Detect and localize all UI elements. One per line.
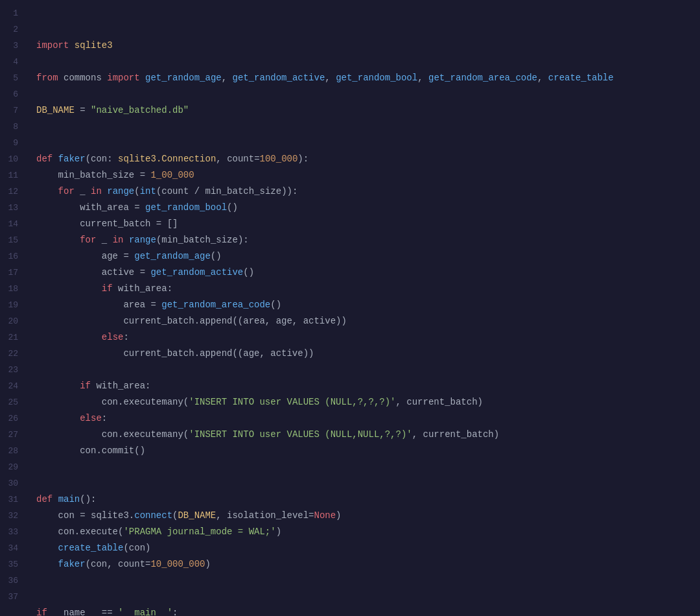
code-area[interactable]: import sqlite3 from commons import get_r… bbox=[26, 0, 700, 616]
line-number-33: 33 bbox=[5, 524, 18, 540]
line-number-17: 17 bbox=[5, 265, 18, 281]
code-line-28 bbox=[36, 475, 700, 492]
code-line-19: else: bbox=[36, 329, 700, 346]
code-line-24: else: bbox=[36, 410, 700, 427]
line-number-1: 1 bbox=[5, 5, 18, 21]
line-number-9: 9 bbox=[5, 135, 18, 151]
code-line-7 bbox=[36, 135, 700, 151]
code-line-9: min_batch_size = 1_00_000 bbox=[36, 167, 700, 184]
line-number-8: 8 bbox=[5, 119, 18, 135]
line-number-12: 12 bbox=[5, 184, 18, 200]
line-number-5: 5 bbox=[5, 70, 18, 86]
line-number-2: 2 bbox=[5, 21, 18, 38]
code-line-23: con.executemany('INSERT INTO user VALUES… bbox=[36, 394, 700, 410]
line-number-13: 13 bbox=[5, 200, 18, 216]
line-number-25: 25 bbox=[5, 394, 18, 410]
line-number-34: 34 bbox=[5, 540, 18, 556]
line-number-gutter: 1234567891011121314151617181920212223242… bbox=[0, 0, 26, 616]
code-line-27 bbox=[36, 459, 700, 475]
code-line-33: faker(con, count=10_000_000) bbox=[36, 556, 700, 573]
code-line-2 bbox=[36, 54, 700, 70]
code-line-15: active = get_random_active() bbox=[36, 265, 700, 281]
line-number-21: 21 bbox=[5, 329, 18, 346]
line-number-22: 22 bbox=[5, 346, 18, 362]
code-editor: 1234567891011121314151617181920212223242… bbox=[0, 0, 700, 616]
code-line-17: area = get_random_area_code() bbox=[36, 297, 700, 313]
line-number-20: 20 bbox=[5, 313, 18, 329]
line-number-15: 15 bbox=[5, 232, 18, 248]
line-number-3: 3 bbox=[5, 38, 18, 54]
code-line-32: create_table(con) bbox=[36, 540, 700, 556]
code-line-21 bbox=[36, 362, 700, 378]
line-number-27: 27 bbox=[5, 427, 18, 443]
code-line-1: import sqlite3 bbox=[36, 38, 700, 54]
line-number-23: 23 bbox=[5, 362, 18, 378]
line-number-28: 28 bbox=[5, 443, 18, 459]
code-line-26: con.commit() bbox=[36, 443, 700, 459]
line-number-32: 32 bbox=[5, 508, 18, 524]
code-line-6 bbox=[36, 119, 700, 135]
code-line-8: def faker(con: sqlite3.Connection, count… bbox=[36, 151, 700, 167]
code-line-11: with_area = get_random_bool() bbox=[36, 200, 700, 216]
line-number-11: 11 bbox=[5, 167, 18, 184]
code-line-10: for _ in range(int(count / min_batch_siz… bbox=[36, 184, 700, 200]
line-number-16: 16 bbox=[5, 248, 18, 265]
code-line-14: age = get_random_age() bbox=[36, 248, 700, 265]
code-line-31: con.execute('PRAGMA journal_mode = WAL;'… bbox=[36, 524, 700, 540]
code-line-25: con.executemany('INSERT INTO user VALUES… bbox=[36, 427, 700, 443]
line-number-31: 31 bbox=[5, 492, 18, 508]
line-number-6: 6 bbox=[5, 86, 18, 102]
line-number-19: 19 bbox=[5, 297, 18, 313]
line-number-7: 7 bbox=[5, 102, 18, 119]
code-line-35 bbox=[36, 589, 700, 605]
line-number-24: 24 bbox=[5, 378, 18, 394]
line-number-37: 37 bbox=[5, 589, 18, 605]
line-number-18: 18 bbox=[5, 281, 18, 297]
code-line-20: current_batch.append((age, active)) bbox=[36, 346, 700, 362]
line-number-14: 14 bbox=[5, 216, 18, 232]
code-line-3: from commons import get_random_age, get_… bbox=[36, 70, 700, 86]
code-line-4 bbox=[36, 86, 700, 102]
line-number-36: 36 bbox=[5, 573, 18, 589]
code-line-13: for _ in range(min_batch_size): bbox=[36, 232, 700, 248]
code-line-12: current_batch = [] bbox=[36, 216, 700, 232]
code-line-29: def main(): bbox=[36, 492, 700, 508]
code-line-5: DB_NAME = "naive_batched.db" bbox=[36, 102, 700, 119]
line-number-4: 4 bbox=[5, 54, 18, 70]
line-number-29: 29 bbox=[5, 459, 18, 475]
line-number-10: 10 bbox=[5, 151, 18, 167]
code-line-36: if __name__ == '__main__': bbox=[36, 605, 700, 616]
line-number-35: 35 bbox=[5, 556, 18, 573]
code-line-30: con = sqlite3.connect(DB_NAME, isolation… bbox=[36, 508, 700, 524]
code-line-18: current_batch.append((area, age, active)… bbox=[36, 313, 700, 329]
line-number-30: 30 bbox=[5, 475, 18, 492]
code-line-16: if with_area: bbox=[36, 281, 700, 297]
code-line-34 bbox=[36, 573, 700, 589]
code-line-22: if with_area: bbox=[36, 378, 700, 394]
line-number-26: 26 bbox=[5, 410, 18, 427]
